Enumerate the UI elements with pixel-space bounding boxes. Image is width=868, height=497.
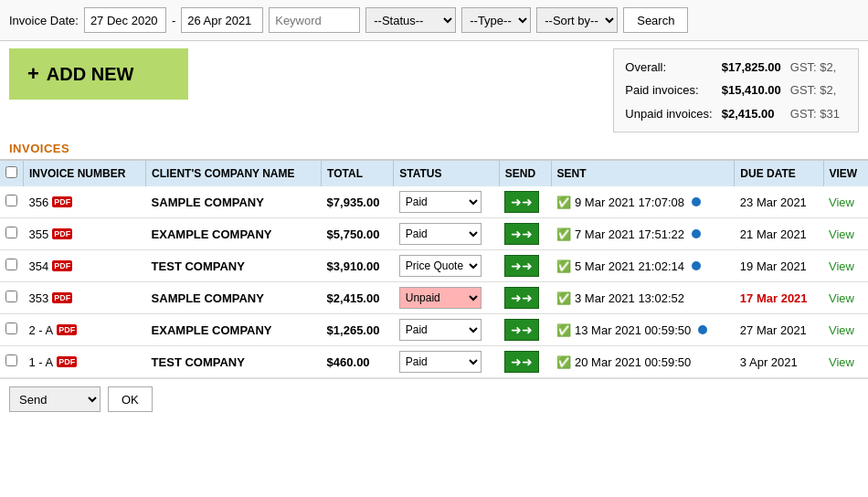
send-cell: ➜ (499, 186, 551, 218)
due-date-cell: 17 Mar 2021 (735, 282, 823, 314)
view-link[interactable]: View (829, 355, 854, 369)
view-link[interactable]: View (829, 291, 854, 305)
row-checkbox-cell (0, 250, 24, 282)
view-link[interactable]: View (829, 227, 854, 241)
overall-gst: GST: $2, (790, 57, 847, 78)
total-cell: $460.00 (322, 346, 394, 378)
pdf-icon[interactable]: PDF (52, 228, 72, 239)
keyword-input[interactable] (269, 7, 360, 33)
view-cell: View (823, 346, 868, 378)
action-bar: + ADD NEW Overall: $17,825.00 GST: $2, P… (0, 41, 868, 140)
sent-datetime: 13 Mar 2021 00:59:50 (575, 323, 691, 337)
send-cell: ➜ (499, 282, 551, 314)
send-button[interactable]: ➜ (504, 319, 539, 341)
invoice-number: 356 (29, 196, 49, 209)
col-view: VIEW (823, 160, 868, 186)
status-cell: PaidUnpaidPrice Quote (394, 282, 500, 314)
table-row: 353PDFSAMPLE COMPANY$2,415.00PaidUnpaidP… (0, 282, 868, 314)
send-button[interactable]: ➜ (504, 255, 539, 277)
col-total: TOTAL (322, 160, 394, 186)
paid-gst: GST: $2, (790, 79, 847, 100)
status-cell: PaidUnpaidPrice Quote (394, 186, 500, 218)
filter-bar: Invoice Date: - --Status-- Paid Unpaid P… (0, 0, 868, 41)
status-dropdown[interactable]: PaidUnpaidPrice Quote (399, 319, 482, 341)
col-status: STATUS (394, 160, 500, 186)
due-date-value: 23 Mar 2021 (740, 196, 807, 209)
date-from-input[interactable] (84, 7, 166, 33)
status-dropdown[interactable]: PaidUnpaidPrice Quote (399, 351, 482, 373)
total-cell: $7,935.00 (322, 186, 394, 218)
invoice-number: 353 (29, 291, 49, 305)
sort-select[interactable]: --Sort by-- Date Amount Status (536, 7, 618, 33)
pdf-icon[interactable]: PDF (57, 324, 77, 335)
row-checkbox[interactable] (5, 259, 17, 270)
view-link[interactable]: View (829, 196, 854, 209)
paid-label: Paid invoices: (625, 79, 719, 100)
invoice-number: 2 - A (29, 323, 54, 337)
send-button[interactable]: ➜ (504, 191, 539, 213)
paid-amount: $15,410.00 (722, 79, 789, 100)
add-new-button[interactable]: + ADD NEW (9, 48, 188, 100)
row-checkbox-cell (0, 282, 24, 314)
select-all-checkbox[interactable] (5, 166, 17, 178)
due-date-value: 27 Mar 2021 (740, 323, 807, 337)
unpaid-amount: $2,415.00 (722, 103, 789, 124)
table-header-row: INVOICE NUMBER CLIENT'S COMPANY NAME TOT… (0, 160, 868, 186)
sent-datetime: 5 Mar 2021 21:02:14 (575, 259, 684, 273)
invoice-date-label: Invoice Date: (9, 14, 79, 27)
table-row: 355PDFEXAMPLE COMPANY$5,750.00PaidUnpaid… (0, 218, 868, 250)
due-date-cell: 27 Mar 2021 (735, 314, 823, 346)
view-cell: View (823, 250, 868, 282)
ok-button[interactable]: OK (108, 386, 153, 412)
status-dropdown[interactable]: PaidUnpaidPrice Quote (399, 255, 482, 277)
date-separator: - (172, 14, 175, 27)
status-dropdown[interactable]: PaidUnpaidPrice Quote (399, 223, 482, 245)
invoices-heading: INVOICES (0, 140, 868, 159)
status-dropdown[interactable]: PaidUnpaidPrice Quote (399, 191, 482, 213)
send-button[interactable]: ➜ (504, 287, 539, 309)
status-select[interactable]: --Status-- Paid Unpaid Price Quote (365, 7, 456, 33)
row-checkbox[interactable] (5, 323, 17, 334)
row-checkbox[interactable] (5, 227, 17, 238)
view-link[interactable]: View (829, 323, 854, 337)
date-to-input[interactable] (181, 7, 263, 33)
pdf-icon[interactable]: PDF (52, 196, 72, 207)
sent-checkmark: ✅ (556, 227, 571, 241)
status-cell: PaidUnpaidPrice Quote (394, 314, 500, 346)
company-name-cell: TEST COMPANY (146, 346, 322, 378)
row-checkbox-cell (0, 346, 24, 378)
view-link[interactable]: View (829, 259, 854, 273)
pdf-icon[interactable]: PDF (52, 260, 72, 271)
invoice-number-cell: 354PDF (24, 250, 146, 282)
table-row: 2 - APDFEXAMPLE COMPANY$1,265.00PaidUnpa… (0, 314, 868, 346)
send-button[interactable]: ➜ (504, 351, 539, 373)
row-checkbox-cell (0, 314, 24, 346)
total-cell: $3,910.00 (322, 250, 394, 282)
row-checkbox[interactable] (5, 354, 17, 366)
sent-checkmark: ✅ (556, 355, 571, 369)
col-invoice-number: INVOICE NUMBER (24, 160, 146, 186)
row-checkbox[interactable] (5, 195, 17, 206)
col-send: SEND (499, 160, 551, 186)
type-select[interactable]: --Type-- Invoice Quote (461, 7, 531, 33)
sent-dot-indicator (692, 261, 701, 270)
unpaid-gst: GST: $31 (790, 103, 847, 124)
total-cell: $1,265.00 (322, 314, 394, 346)
send-button[interactable]: ➜ (504, 223, 539, 245)
view-cell: View (823, 218, 868, 250)
view-cell: View (823, 186, 868, 218)
row-checkbox[interactable] (5, 291, 17, 302)
col-due-date: DUE DATE (735, 160, 823, 186)
bulk-action-select[interactable]: Send Delete Mark Paid (9, 386, 101, 412)
invoice-number-cell: 353PDF (24, 282, 146, 314)
select-all-header[interactable] (0, 160, 24, 186)
status-dropdown[interactable]: PaidUnpaidPrice Quote (399, 287, 482, 309)
invoice-number-cell: 1 - APDF (24, 346, 146, 378)
add-new-label: ADD NEW (47, 64, 134, 85)
summary-box: Overall: $17,825.00 GST: $2, Paid invoic… (613, 48, 859, 132)
total-cell: $2,415.00 (322, 282, 394, 314)
search-button[interactable]: Search (623, 7, 688, 33)
company-name-cell: SAMPLE COMPANY (146, 186, 322, 218)
pdf-icon[interactable]: PDF (57, 356, 77, 367)
pdf-icon[interactable]: PDF (52, 292, 72, 303)
